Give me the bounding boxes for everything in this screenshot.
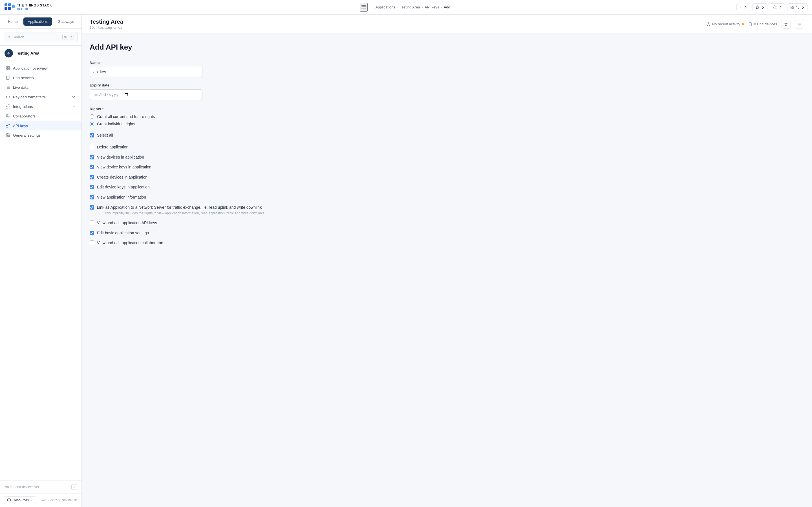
perm-view-edit-api-keys-checkbox[interactable] xyxy=(90,221,94,225)
perm-view-app-info-checkbox[interactable] xyxy=(90,195,94,200)
hamburger-icon xyxy=(798,22,802,26)
end-devices-badge: 0 End devices xyxy=(748,22,777,26)
chevron-down-icon-integrations xyxy=(71,104,76,109)
sidebar-item-end-devices[interactable]: End devices xyxy=(0,73,82,82)
dashboard-button[interactable] xyxy=(787,3,808,11)
device-icon xyxy=(6,75,10,80)
menu-button[interactable] xyxy=(795,20,804,29)
back-button[interactable] xyxy=(4,49,13,57)
perm-view-device-keys-checkbox[interactable] xyxy=(90,165,94,169)
gear-icon xyxy=(6,133,10,137)
name-input[interactable] xyxy=(90,67,202,77)
sidebar-item-integrations[interactable]: Integrations xyxy=(0,102,82,111)
perm-edit-device-keys-checkbox[interactable] xyxy=(90,185,94,189)
perm-view-edit-collaborators: View and edit application collaborators xyxy=(90,238,327,248)
breadcrumb-applications[interactable]: Applications xyxy=(375,5,395,9)
sidebar-tab-applications[interactable]: Applications xyxy=(23,17,52,25)
sidebar-item-app-overview[interactable]: Application overview xyxy=(0,63,82,73)
search-icon xyxy=(8,35,10,39)
radio-individual-rights-input[interactable] xyxy=(90,122,94,126)
expiry-label: Expiry date xyxy=(90,83,327,87)
perm-view-device-keys: View device keys in application xyxy=(90,162,327,172)
svg-rect-11 xyxy=(793,8,794,9)
resources-button[interactable]: Resources xyxy=(4,496,36,504)
permissions-list: Select all Delete application View devic… xyxy=(90,131,327,248)
content-header: Testing Area ID: testing-area No recent … xyxy=(82,15,812,34)
breadcrumb-api-keys[interactable]: API keys xyxy=(424,5,439,9)
svg-rect-4 xyxy=(12,5,15,8)
perm-edit-basic-settings-checkbox[interactable] xyxy=(90,231,94,235)
sidebar-item-api-keys[interactable]: API keys xyxy=(0,121,82,130)
breadcrumb-current: Add xyxy=(444,5,450,9)
svg-point-27 xyxy=(6,114,8,116)
sidebar-item-payload-formatters[interactable]: Payload formatters xyxy=(0,92,82,102)
perm-view-app-info: View application information xyxy=(90,192,327,203)
svg-point-28 xyxy=(7,135,8,136)
bookmark-button[interactable] xyxy=(781,20,791,29)
topbar-actions: + xyxy=(737,3,808,11)
add-button[interactable]: + xyxy=(737,3,750,11)
sidebar-toggle-button[interactable] xyxy=(360,3,368,11)
search-shortcut: ⌘K xyxy=(62,35,74,40)
activity-badge: No recent activity xyxy=(707,22,744,26)
sidebar-menu: Application overview End devices Live da… xyxy=(0,61,82,481)
perm-view-edit-collaborators-checkbox[interactable] xyxy=(90,240,94,245)
svg-rect-0 xyxy=(4,3,7,6)
star-icon xyxy=(784,22,788,26)
expiry-input[interactable] xyxy=(90,89,202,100)
expiry-field-group: Expiry date xyxy=(90,83,327,100)
version-text: eu1 • v3.32.0.b96e907c31 xyxy=(42,499,78,502)
activity-icon xyxy=(707,22,711,26)
logo-icon xyxy=(4,3,15,11)
svg-rect-1 xyxy=(8,3,11,6)
content-body: Add API key Name Expiry date Rights * xyxy=(82,34,336,257)
notifications-button[interactable] xyxy=(770,3,785,11)
sidebar-item-live-data[interactable]: Live data xyxy=(0,82,82,92)
name-field-group: Name xyxy=(90,61,327,77)
svg-rect-15 xyxy=(6,66,8,68)
perm-view-edit-api-keys-label: View and edit application API keys xyxy=(97,220,157,226)
sidebar-tab-gateways[interactable]: Gateways xyxy=(53,17,79,25)
bookmarks-button[interactable] xyxy=(752,3,767,11)
svg-marker-8 xyxy=(756,6,759,9)
search-input[interactable] xyxy=(13,35,60,39)
perm-link-app-checkbox[interactable] xyxy=(90,205,94,210)
svg-rect-33 xyxy=(749,22,751,26)
perm-delete-app-checkbox[interactable] xyxy=(90,145,94,149)
svg-rect-7 xyxy=(361,8,366,8)
key-icon xyxy=(6,123,10,128)
sidebar-footer: No top end devices yet + xyxy=(0,481,82,493)
no-devices-label: No top end devices yet xyxy=(4,485,39,489)
svg-rect-2 xyxy=(4,7,7,10)
svg-rect-17 xyxy=(8,68,10,70)
perm-edit-basic-settings: Edit basic application settings xyxy=(90,228,327,238)
list-icon xyxy=(6,85,10,90)
perm-view-edit-api-keys: View and edit application API keys xyxy=(90,218,327,228)
app-id: ID: testing-area xyxy=(90,25,123,30)
add-device-button[interactable]: + xyxy=(71,484,77,490)
perm-view-devices-checkbox[interactable] xyxy=(90,155,94,159)
radio-individual-rights[interactable]: Grant individual rights xyxy=(90,122,327,126)
perm-edit-basic-settings-label: Edit basic application settings xyxy=(97,230,149,236)
svg-rect-10 xyxy=(793,6,794,7)
code-icon xyxy=(6,95,10,99)
rights-section: Rights * Grant all current and future ri… xyxy=(90,107,327,248)
breadcrumb-testing-area[interactable]: Testing Area xyxy=(400,5,420,9)
sidebar-tab-home[interactable]: Home xyxy=(3,17,22,25)
sidebar-item-general-settings[interactable]: General settings xyxy=(0,130,82,140)
svg-rect-3 xyxy=(8,7,11,10)
radio-all-rights[interactable]: Grant all current and future rights xyxy=(90,114,327,119)
select-all-checkbox[interactable] xyxy=(90,133,94,137)
sidebar: Home Applications Gateways ⌘K Testing Ar… xyxy=(0,15,82,507)
page-title: Add API key xyxy=(90,43,327,52)
perm-view-devices: View devices in application xyxy=(90,152,327,163)
svg-rect-16 xyxy=(8,66,10,68)
rights-label: Rights * xyxy=(90,107,327,111)
sidebar-back-section: Testing Area xyxy=(0,46,82,61)
sidebar-item-collaborators[interactable]: Collaborators xyxy=(0,111,82,121)
topbar: THE THINGS STACK CLOUD Applications › Te… xyxy=(0,0,812,15)
radio-all-rights-input[interactable] xyxy=(90,114,94,119)
chevron-down-icon-resources xyxy=(31,499,33,502)
perm-create-devices-checkbox[interactable] xyxy=(90,175,94,179)
perm-create-devices-label: Create devices in application xyxy=(97,175,147,180)
